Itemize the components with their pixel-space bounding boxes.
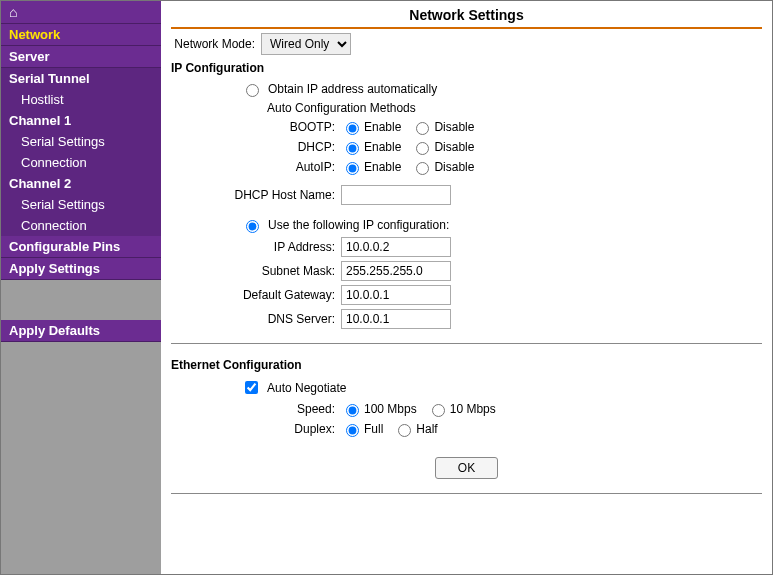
ip-config-title: IP Configuration	[171, 61, 762, 75]
nav-channel-2[interactable]: Channel 2	[1, 173, 161, 194]
dhcp-host-label: DHCP Host Name:	[171, 188, 341, 202]
content-area: Network Settings Network Mode: Wired Onl…	[161, 1, 772, 574]
network-mode-select[interactable]: Wired Only	[261, 33, 351, 55]
speed-10-label: 10 Mbps	[450, 402, 496, 416]
ip-address-label: IP Address:	[171, 240, 341, 254]
dhcp-host-input[interactable]	[341, 185, 451, 205]
ip-address-input[interactable]	[341, 237, 451, 257]
bootp-label: BOOTP:	[171, 120, 341, 134]
nav-hostlist[interactable]: Hostlist	[1, 89, 161, 110]
bootp-disable-radio[interactable]	[416, 122, 429, 135]
dns-server-input[interactable]	[341, 309, 451, 329]
autoip-enable-label: Enable	[364, 160, 401, 174]
use-following-label: Use the following IP configuration:	[268, 218, 449, 232]
ethernet-config-title: Ethernet Configuration	[171, 358, 762, 372]
dhcp-enable-radio[interactable]	[346, 142, 359, 155]
nav-apply-settings[interactable]: Apply Settings	[1, 258, 161, 280]
duplex-label: Duplex:	[171, 422, 341, 436]
nav-server[interactable]: Server	[1, 46, 161, 68]
nav-network[interactable]: Network	[1, 24, 161, 46]
duplex-full-label: Full	[364, 422, 383, 436]
nav-ch1-connection[interactable]: Connection	[1, 152, 161, 173]
nav-serial-tunnel[interactable]: Serial Tunnel	[1, 68, 161, 89]
sidebar: ⌂ Network Server Serial Tunnel Hostlist …	[1, 1, 161, 574]
autoip-enable-radio[interactable]	[346, 162, 359, 175]
duplex-half-label: Half	[416, 422, 437, 436]
bootp-enable-label: Enable	[364, 120, 401, 134]
obtain-auto-label: Obtain IP address automatically	[268, 82, 437, 96]
use-following-radio[interactable]	[246, 220, 259, 233]
bootp-enable-radio[interactable]	[346, 122, 359, 135]
speed-label: Speed:	[171, 402, 341, 416]
subnet-mask-input[interactable]	[341, 261, 451, 281]
speed-10-radio[interactable]	[432, 404, 445, 417]
dhcp-enable-label: Enable	[364, 140, 401, 154]
dhcp-disable-label: Disable	[434, 140, 474, 154]
obtain-auto-radio[interactable]	[246, 84, 259, 97]
speed-100-label: 100 Mbps	[364, 402, 417, 416]
duplex-half-radio[interactable]	[398, 424, 411, 437]
auto-negotiate-checkbox[interactable]	[245, 381, 258, 394]
bootp-disable-label: Disable	[434, 120, 474, 134]
dhcp-disable-radio[interactable]	[416, 142, 429, 155]
auto-methods-title: Auto Configuration Methods	[267, 101, 416, 115]
nav-channel-1[interactable]: Channel 1	[1, 110, 161, 131]
default-gateway-label: Default Gateway:	[171, 288, 341, 302]
autoip-label: AutoIP:	[171, 160, 341, 174]
nav-ch2-serial-settings[interactable]: Serial Settings	[1, 194, 161, 215]
auto-negotiate-label: Auto Negotiate	[267, 381, 346, 395]
nav-ch1-serial-settings[interactable]: Serial Settings	[1, 131, 161, 152]
speed-100-radio[interactable]	[346, 404, 359, 417]
autoip-disable-radio[interactable]	[416, 162, 429, 175]
subnet-mask-label: Subnet Mask:	[171, 264, 341, 278]
default-gateway-input[interactable]	[341, 285, 451, 305]
network-mode-label: Network Mode:	[171, 37, 261, 51]
nav-apply-defaults[interactable]: Apply Defaults	[1, 320, 161, 342]
nav-configurable-pins[interactable]: Configurable Pins	[1, 236, 161, 258]
duplex-full-radio[interactable]	[346, 424, 359, 437]
page-title: Network Settings	[171, 7, 762, 29]
home-icon[interactable]: ⌂	[1, 1, 161, 24]
dhcp-label: DHCP:	[171, 140, 341, 154]
autoip-disable-label: Disable	[434, 160, 474, 174]
dns-server-label: DNS Server:	[171, 312, 341, 326]
ok-button[interactable]: OK	[435, 457, 498, 479]
nav-ch2-connection[interactable]: Connection	[1, 215, 161, 236]
